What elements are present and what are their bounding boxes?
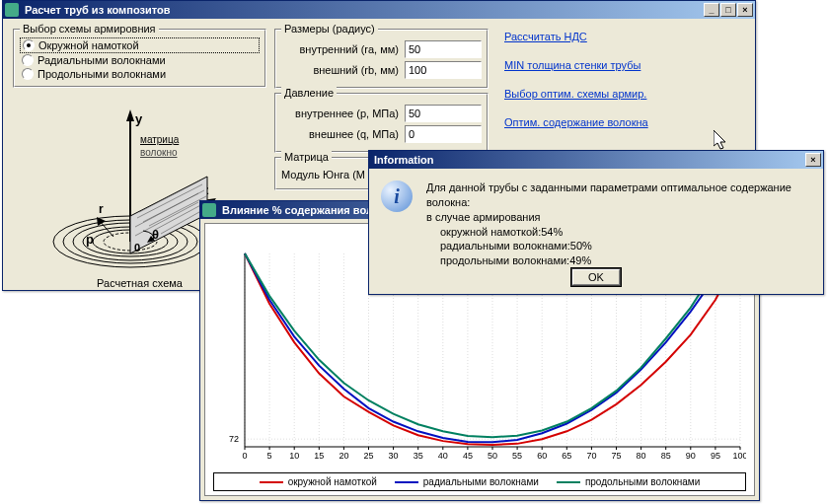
radio-option-0[interactable]: Окружной намоткой (20, 37, 260, 53)
svg-text:70: 70 (586, 451, 596, 461)
svg-text:35: 35 (414, 451, 423, 461)
maximize-button[interactable]: □ (720, 3, 736, 17)
pressure-group: Давление внутреннее (p, МПа) внешнее (q,… (274, 93, 489, 153)
svg-text:60: 60 (537, 451, 547, 461)
radio-icon (22, 68, 34, 80)
ok-button[interactable]: OK (571, 268, 621, 286)
radio-icon (23, 39, 35, 51)
svg-text:80: 80 (637, 451, 646, 461)
svg-text:y: y (135, 111, 143, 126)
radio-label: Продольными волокнами (38, 68, 166, 80)
radio-label: Радиальными волокнами (38, 54, 166, 66)
info-icon: i (381, 180, 413, 212)
svg-text:r: r (99, 202, 104, 216)
svg-text:0: 0 (242, 451, 247, 461)
legend-item-1: радиальными волокнами (395, 476, 539, 487)
svg-text:матрица: матрица (140, 134, 180, 145)
scheme-group: Выбор схемы армировния Окружной намоткой… (13, 29, 266, 88)
svg-text:45: 45 (463, 451, 473, 461)
ra-label: внутренний (ra, мм) (281, 43, 405, 55)
svg-text:65: 65 (562, 451, 571, 461)
svg-text:72: 72 (229, 434, 239, 444)
minthick-link[interactable]: MIN толщина стенки трубы (504, 59, 745, 71)
info-title: Information (371, 154, 805, 166)
optscheme-link[interactable]: Выбор оптим. схемы армир. (504, 88, 745, 100)
size-legend: Размеры (радиус) (281, 23, 378, 35)
app-icon (202, 203, 216, 217)
svg-text:55: 55 (512, 451, 522, 461)
p-input[interactable] (405, 105, 482, 122)
info-close-button[interactable]: × (805, 153, 821, 167)
info-text: Для данной трубы с заданными параметрами… (426, 180, 811, 268)
chart-legend: окружной намоткой радиальными волокнами … (213, 472, 746, 491)
legend-item-0: окружной намоткой (260, 476, 377, 487)
close-button[interactable]: × (737, 3, 753, 17)
app-icon (5, 3, 19, 17)
svg-text:100: 100 (732, 451, 746, 461)
main-title: Расчет труб из композитов (22, 4, 704, 16)
rb-input[interactable] (405, 61, 482, 79)
svg-text:30: 30 (389, 451, 399, 461)
q-label: внешнее (q, МПа) (281, 128, 405, 140)
q-input[interactable] (405, 125, 482, 143)
svg-marker-1 (126, 109, 134, 121)
p-label: внутреннее (p, МПа) (281, 108, 405, 119)
svg-text:20: 20 (339, 451, 348, 461)
svg-text:5: 5 (267, 451, 272, 461)
svg-text:0: 0 (134, 242, 140, 253)
svg-text:90: 90 (686, 451, 696, 461)
matrix-legend: Матрица (281, 151, 332, 163)
svg-text:волокно: волокно (140, 147, 178, 158)
optfiber-link[interactable]: Оптим. содержание волокна (504, 116, 745, 128)
pressure-legend: Давление (281, 87, 337, 99)
svg-text:25: 25 (363, 451, 373, 461)
radio-label: Окружной намоткой (38, 39, 139, 51)
calc-link[interactable]: Рассчитать НДС (504, 31, 745, 42)
info-titlebar[interactable]: Information × (369, 151, 823, 169)
ra-input[interactable] (405, 40, 482, 58)
size-group: Размеры (радиус) внутренний (ra, мм) вне… (274, 29, 489, 89)
svg-text:15: 15 (314, 451, 324, 461)
minimize-button[interactable]: _ (704, 3, 719, 17)
svg-text:p: p (86, 232, 94, 247)
svg-text:95: 95 (711, 451, 720, 461)
info-dialog: Information × i Для данной трубы с задан… (368, 150, 824, 295)
svg-text:85: 85 (661, 451, 671, 461)
svg-text:50: 50 (488, 451, 497, 461)
radio-option-1[interactable]: Радиальными волокнами (20, 53, 260, 67)
main-titlebar[interactable]: Расчет труб из композитов _ □ × (3, 1, 755, 19)
svg-text:10: 10 (289, 451, 299, 461)
svg-text:75: 75 (611, 451, 621, 461)
radio-option-2[interactable]: Продольными волокнами (20, 67, 260, 81)
svg-text:40: 40 (438, 451, 448, 461)
legend-item-2: продольными волокнами (557, 476, 700, 487)
rb-label: внешний (rb, мм) (281, 64, 405, 76)
scheme-legend: Выбор схемы армировния (20, 23, 159, 35)
radio-icon (22, 54, 34, 66)
